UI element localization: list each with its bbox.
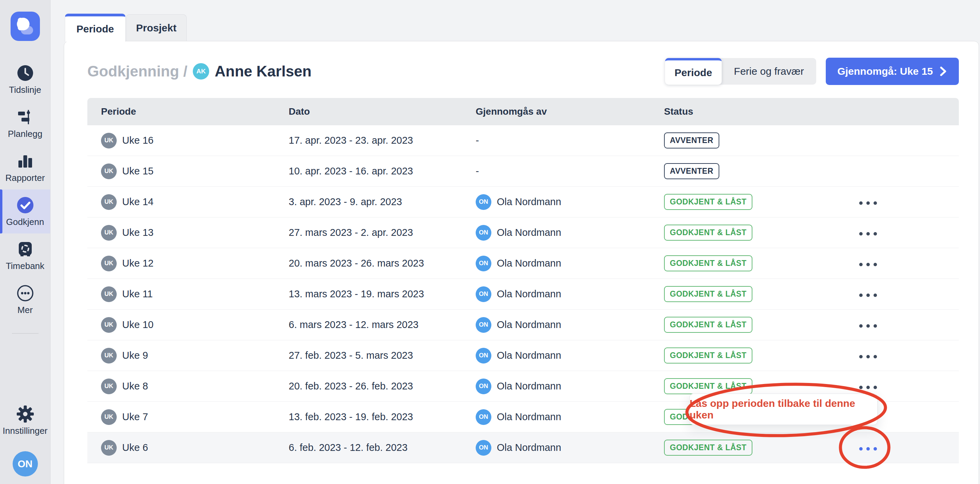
reviewer-cell: ON Ola Nordmann — [476, 256, 664, 271]
period-label: Uke 10 — [122, 319, 154, 330]
sidebar-item-mer[interactable]: Mer — [0, 277, 50, 322]
row-menu-button[interactable] — [857, 260, 879, 270]
table-row[interactable]: UK Uke 16 17. apr. 2023 - 23. apr. 2023 … — [88, 125, 959, 156]
period-avatar: UK — [101, 409, 117, 425]
period-dates: 27. mars 2023 - 2. apr. 2023 — [289, 227, 476, 238]
app-logo[interactable] — [11, 11, 40, 41]
tab-periode[interactable]: Periode — [65, 14, 126, 41]
sidebar-item-planlegg[interactable]: Planlegg — [0, 101, 50, 145]
status-badge: GODKJENT & LÅST — [664, 378, 752, 394]
status-cell: AVVENTER — [664, 163, 853, 179]
sidebar-item-label: Godkjenn — [6, 217, 44, 227]
table-row[interactable]: UK Uke 6 6. feb. 2023 - 12. feb. 2023 ON… — [88, 433, 959, 463]
user-avatar[interactable]: ON — [13, 451, 38, 476]
status-cell: GODKJENT & LÅST — [664, 194, 853, 210]
sidebar-item-label: Timebank — [6, 261, 45, 271]
toggle-periode[interactable]: Periode — [665, 58, 722, 84]
status-cell: GODKJENT & LÅST — [664, 317, 853, 333]
review-button-label: Gjennomgå: Uke 15 — [837, 65, 933, 77]
actions-cell — [853, 380, 959, 393]
column-header-gjennomgas-av: Gjennomgås av — [476, 106, 664, 117]
sidebar-item-godkjenn[interactable]: Godkjenn — [0, 189, 50, 234]
row-menu-button[interactable] — [857, 198, 879, 208]
reviewer-cell: ON Ola Nordmann — [476, 348, 664, 363]
row-menu-button[interactable] — [857, 382, 879, 393]
period-avatar: UK — [101, 379, 117, 394]
column-header-periode: Periode — [88, 106, 289, 117]
reviewer-cell: ON Ola Nordmann — [476, 409, 664, 425]
reviewer-avatar: ON — [476, 379, 492, 394]
period-dates: 13. mars 2023 - 19. mars 2023 — [289, 288, 476, 300]
reviewer-avatar: ON — [476, 440, 492, 456]
row-menu-button[interactable] — [857, 444, 879, 454]
period-label: Uke 14 — [122, 196, 154, 207]
status-badge: AVVENTER — [664, 132, 719, 148]
actions-cell — [853, 350, 959, 362]
sidebar-item-label: Tidslinje — [9, 84, 41, 95]
reviewer-name: Ola Nordmann — [497, 442, 561, 453]
app-window: Tidslinje Planlegg Rapporter Godkjenn — [0, 0, 980, 484]
sidebar-item-innstillinger[interactable]: Innstillinger — [0, 398, 50, 443]
period-cell: UK Uke 6 — [88, 440, 289, 456]
table-row[interactable]: UK Uke 11 13. mars 2023 - 19. mars 2023 … — [88, 279, 959, 310]
reviewer-name: Ola Nordmann — [497, 319, 561, 330]
table-row[interactable]: UK Uke 10 6. mars 2023 - 12. mars 2023 O… — [88, 310, 959, 340]
sidebar-item-label: Rapporter — [5, 173, 45, 183]
reviewer-avatar: ON — [476, 287, 492, 302]
table-row[interactable]: UK Uke 12 20. mars 2023 - 26. mars 2023 … — [88, 248, 959, 279]
review-button[interactable]: Gjennomgå: Uke 15 — [826, 58, 959, 85]
reviewer-name: Ola Nordmann — [497, 411, 561, 423]
sidebar-bottom: Innstillinger ON — [0, 398, 50, 484]
status-cell: GODKJENT & LÅST — [664, 224, 853, 240]
gantt-icon — [16, 108, 34, 126]
table-row[interactable]: UK Uke 14 3. apr. 2023 - 9. apr. 2023 ON… — [88, 187, 959, 217]
reviewer-cell: ON Ola Nordmann — [476, 225, 664, 240]
status-badge: GODKJENT & LÅST — [664, 194, 752, 210]
sidebar-item-label: Innstillinger — [3, 426, 48, 436]
chevron-right-icon — [939, 66, 947, 76]
toggle-ferie-og-fravaer[interactable]: Ferie og fravær — [722, 58, 816, 84]
check-circle-icon — [16, 196, 34, 214]
row-menu-button[interactable] — [857, 229, 879, 239]
row-menu-button[interactable] — [857, 352, 879, 362]
period-label: Uke 7 — [122, 411, 148, 423]
reviewer-cell: - — [476, 166, 664, 177]
unlock-period-label: Lås opp perioden tilbake til denne uken — [690, 398, 877, 421]
period-dates: 20. mars 2023 - 26. mars 2023 — [289, 258, 476, 269]
reviewer-cell: - — [476, 135, 664, 146]
reviewer-name: - — [476, 135, 479, 146]
reviewer-cell: ON Ola Nordmann — [476, 317, 664, 333]
unlock-period-tooltip[interactable]: Lås opp perioden tilbake til denne uken — [689, 393, 878, 425]
app-logo-icon — [11, 11, 40, 41]
actions-cell — [853, 257, 959, 270]
reviewer-name: Ola Nordmann — [497, 381, 561, 392]
sidebar-item-timebank[interactable]: Timebank — [0, 234, 50, 277]
period-label: Uke 16 — [122, 135, 154, 146]
sidebar-item-rapporter[interactable]: Rapporter — [0, 145, 50, 189]
reviewer-avatar: ON — [476, 409, 492, 425]
reviewer-name: Ola Nordmann — [497, 288, 561, 300]
tab-prosjekt[interactable]: Prosjekt — [126, 14, 187, 41]
period-cell: UK Uke 9 — [88, 348, 289, 363]
more-circle-icon — [16, 284, 34, 302]
period-dates: 17. apr. 2023 - 23. apr. 2023 — [289, 135, 476, 146]
period-label: Uke 9 — [122, 350, 148, 361]
row-menu-button[interactable] — [857, 290, 879, 300]
sidebar-item-tidslinje[interactable]: Tidslinje — [0, 57, 50, 101]
period-dates: 20. feb. 2023 - 26. feb. 2023 — [289, 381, 476, 392]
status-cell: AVVENTER — [664, 132, 853, 148]
status-badge: AVVENTER — [664, 163, 719, 179]
sidebar: Tidslinje Planlegg Rapporter Godkjenn — [0, 0, 51, 484]
table-row[interactable]: UK Uke 13 27. mars 2023 - 2. apr. 2023 O… — [88, 217, 959, 248]
table-row[interactable]: UK Uke 9 27. feb. 2023 - 5. mars 2023 ON… — [88, 340, 959, 371]
row-menu-button[interactable] — [857, 321, 879, 331]
column-header-dato: Dato — [289, 106, 476, 117]
reviewer-cell: ON Ola Nordmann — [476, 379, 664, 394]
period-cell: UK Uke 14 — [88, 194, 289, 210]
period-avatar: UK — [101, 164, 117, 179]
sidebar-item-label: Planlegg — [8, 129, 42, 139]
table-row[interactable]: UK Uke 15 10. apr. 2023 - 16. apr. 2023 … — [88, 156, 959, 187]
status-badge: GODKJENT & LÅST — [664, 286, 752, 302]
period-dates: 27. feb. 2023 - 5. mars 2023 — [289, 350, 476, 361]
person-name: Anne Karlsen — [215, 63, 312, 80]
